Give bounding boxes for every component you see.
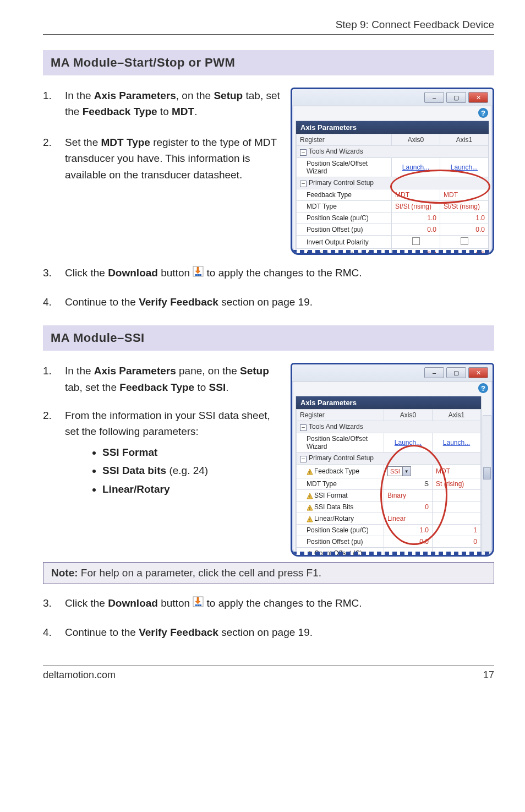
step-a2: Set the MDT Type register to the type of… [65,134,281,183]
svg-text:!: ! [309,506,311,511]
step-a1: In the Axis Parameters, on the Setup tab… [65,88,281,120]
svg-text:!: ! [309,494,311,499]
svg-rect-2 [195,275,196,276]
footer-page-number: 17 [483,669,494,681]
step-b3: Click the Download button to apply the c… [65,595,494,612]
tree-collapse-icon[interactable]: – [300,456,307,462]
window-minimize-button[interactable]: – [424,367,444,378]
tree-collapse-icon[interactable]: – [300,149,307,156]
bullet-item: Linear/Rotary [102,481,281,497]
step-num: 4. [43,624,55,640]
warning-icon: ! [307,504,313,511]
bullet-item: SSI Data bits (e.g. 24) [102,462,281,478]
svg-rect-18 [197,605,198,606]
tree-collapse-icon[interactable]: – [300,424,307,431]
step-b4: Continue to the Verify Feedback section … [65,624,494,640]
step-num: 1. [43,88,55,120]
launch-link[interactable]: Launch... [402,164,429,171]
launch-link[interactable]: Launch... [451,164,478,171]
step-b1: In the Axis Parameters pane, on the Setu… [65,363,281,395]
invert-checkbox[interactable] [412,237,420,245]
step-a3: Click the Download button to apply the c… [65,265,494,282]
axis-parameters-table: RegisterAxis0Axis1 –Tools And Wizards Po… [296,134,489,255]
window-restore-button[interactable]: ▢ [446,92,466,103]
step-num: 1. [43,363,55,395]
step-b2: From the information in your SSI data sh… [65,407,281,499]
section-title-b: MA Module–SSI [43,325,494,351]
step-num: 4. [43,294,55,310]
svg-rect-3 [197,275,198,276]
warning-icon: ! [307,493,313,499]
svg-text:!: ! [309,470,311,475]
step-num: 3. [43,595,55,612]
axis-parameters-table: RegisterAxis0Axis1 –Tools And Wizards Po… [296,409,481,557]
svg-text:!: ! [309,517,311,522]
tree-collapse-icon[interactable]: – [300,181,307,187]
help-icon[interactable]: ? [478,108,488,118]
window-close-button[interactable]: ✕ [468,92,488,103]
window-restore-button[interactable]: ▢ [446,367,466,378]
launch-link[interactable]: Launch... [395,439,422,446]
step-num: 3. [43,265,55,282]
download-icon [193,596,204,612]
vertical-scrollbar[interactable] [483,415,491,552]
window-minimize-button[interactable]: – [424,92,444,103]
step-num: 2. [43,407,55,499]
svg-rect-17 [195,605,196,606]
panel-title: Axis Parameters [296,396,481,409]
step-a4: Continue to the Verify Feedback section … [65,294,494,310]
screenshot-b: – ▢ ✕ ? Axis Parameters RegisterAxis0Axi… [291,363,494,557]
warning-icon: ! [307,468,313,475]
feedback-type-dropdown[interactable]: SSI ▼ [387,466,411,476]
page-header: Step 9: Connect Feedback Device [43,19,494,35]
bullet-item: SSI Format [102,444,281,460]
screenshot-a: – ▢ ✕ ? Axis Parameters RegisterAxis0Axi… [291,88,494,255]
warning-icon: ! [307,516,313,522]
svg-rect-19 [199,605,200,606]
panel-title: Axis Parameters [296,121,489,134]
svg-rect-4 [199,275,200,276]
section-title-a: MA Module–Start/Stop or PWM [43,50,494,75]
help-icon[interactable]: ? [478,383,488,393]
note-box: Note: For help on a parameter, click the… [43,562,494,584]
download-icon [193,265,204,281]
invert-checkbox[interactable] [461,237,468,245]
step-num: 2. [43,134,55,183]
dropdown-button-icon[interactable]: ▼ [402,467,411,476]
launch-link[interactable]: Launch... [443,439,470,446]
footer-left: deltamotion.com [43,669,116,681]
window-close-button[interactable]: ✕ [468,367,488,378]
